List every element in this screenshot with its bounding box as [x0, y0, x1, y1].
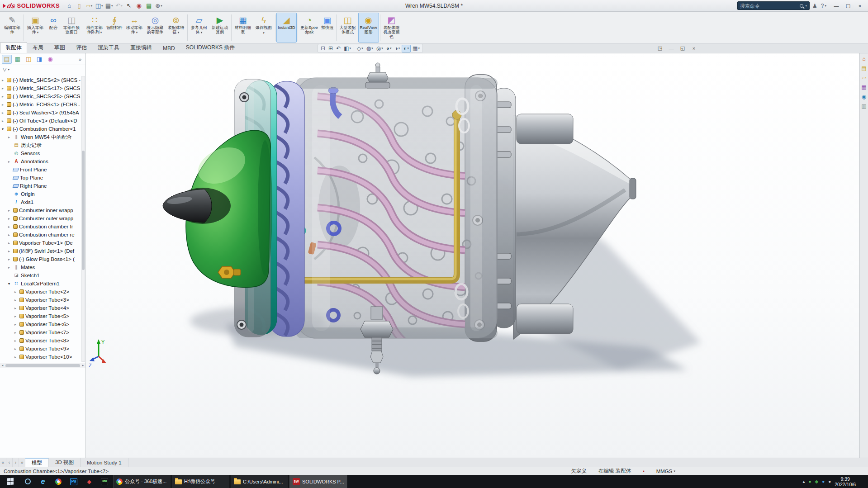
- tree-item[interactable]: ▸Vaporiser Tube<4>: [0, 304, 81, 312]
- help-icon[interactable]: ?▾: [821, 3, 826, 9]
- tree-item[interactable]: ▤历史记录: [0, 141, 81, 149]
- expand-arrow-icon[interactable]: ▸: [14, 322, 19, 327]
- tree-item[interactable]: ▸(-) Metric_SHCS<2> (SHCS -: [0, 76, 81, 84]
- tray-volume-icon[interactable]: ●: [828, 479, 831, 484]
- scroll-left-icon[interactable]: ◂: [0, 364, 5, 367]
- search-caret-icon[interactable]: ▾: [806, 4, 807, 8]
- expand-arrow-icon[interactable]: ▸: [14, 298, 19, 302]
- tree-item[interactable]: ▸Vaporiser Tube<6>: [0, 320, 81, 328]
- tab-scroll-icon-0[interactable]: «: [0, 458, 6, 467]
- taskbar-clock[interactable]: 9:39 2022/10/6: [835, 476, 858, 487]
- top-fitting[interactable]: [365, 63, 390, 88]
- view-orientation-button[interactable]: ◇▾: [356, 45, 365, 52]
- filter-icon[interactable]: ▽: [3, 66, 6, 72]
- expand-arrow-icon[interactable]: ▸: [14, 314, 19, 318]
- tree-item[interactable]: ▸Vaporiser Tube<10>: [0, 353, 81, 361]
- tree-item[interactable]: ▸(-) Seal Washer<1> (91545A: [0, 109, 81, 117]
- edit-appearance-button[interactable]: ◕▾: [385, 45, 393, 52]
- select-cursor-icon[interactable]: ↖: [124, 1, 134, 10]
- ribbon-button-instant3d[interactable]: ◢Instant3D: [276, 13, 297, 43]
- tree-vertical-scrollbar[interactable]: [81, 76, 85, 362]
- expand-arrow-icon[interactable]: ▸: [2, 78, 7, 82]
- start-button[interactable]: [0, 475, 20, 488]
- ribbon-button-component-preview[interactable]: ◫零部件预览窗口: [61, 13, 82, 43]
- tree-item[interactable]: ▸(-) Metric_SHCS<17> (SHCS: [0, 84, 81, 92]
- tree-item[interactable]: ▸(-) Metric_SHCS<25> (SHCS: [0, 92, 81, 100]
- photoshop-button[interactable]: Ps: [66, 475, 81, 488]
- expand-arrow-icon[interactable]: ▸: [2, 119, 7, 123]
- tree-item[interactable]: ▸(-) Glow Plug Boss<1> (: [0, 255, 81, 263]
- maximize-button[interactable]: ▢: [843, 2, 854, 10]
- tree-item[interactable]: ▸Combuster outer wrapp: [0, 214, 81, 223]
- tab-SOLIDWORKS 插件[interactable]: SOLIDWORKS 插件: [180, 42, 241, 53]
- solidworks-resources-icon[interactable]: ⌂: [860, 55, 868, 62]
- print-icon[interactable]: ▤▾: [104, 1, 114, 10]
- options-list-icon[interactable]: ▤: [144, 1, 154, 10]
- tab-直接编辑[interactable]: 直接编辑: [125, 42, 157, 53]
- tab-MBD[interactable]: MBD: [157, 43, 180, 53]
- tray-network-icon[interactable]: ●: [822, 479, 825, 484]
- tab-scroll-icon-2[interactable]: ›: [13, 458, 19, 467]
- tree-horizontal-scrollbar[interactable]: ◂ ▸: [0, 363, 85, 368]
- tree-item[interactable]: ▸AAnnotations: [0, 157, 81, 166]
- ribbon-button-reference-geometry[interactable]: ▱参考几何体 ▾: [189, 13, 209, 43]
- chrome-circle-button[interactable]: [51, 475, 66, 488]
- search-circle-button[interactable]: [20, 475, 35, 488]
- scrollbar-thumb[interactable]: [5, 364, 80, 367]
- expand-arrow-icon[interactable]: ▸: [8, 160, 13, 164]
- tree-item[interactable]: ▸∥Wren MW54 中的配合: [0, 133, 81, 141]
- expand-arrow-icon[interactable]: ▸: [14, 347, 19, 351]
- tree-item[interactable]: ⊕Origin: [0, 190, 81, 198]
- featuremanager-tab[interactable]: ▤: [2, 55, 12, 64]
- expand-arrow-icon[interactable]: ▸: [8, 225, 13, 229]
- tree-item[interactable]: ▸∥Mates: [0, 263, 81, 271]
- tree-item[interactable]: ◪Sketch1: [0, 271, 81, 280]
- window-solidworks[interactable]: SOLIDWORKS P...: [289, 475, 347, 488]
- tree-item[interactable]: Right Plane: [0, 182, 81, 190]
- expand-arrow-icon[interactable]: ▸: [8, 217, 13, 221]
- doc-tab-2[interactable]: Motion Study 1: [81, 458, 128, 467]
- ribbon-button-smart-fasteners[interactable]: ∮智能扣件: [105, 13, 124, 43]
- tray-shield-icon[interactable]: ◆: [815, 479, 818, 484]
- search-input[interactable]: [740, 3, 797, 9]
- doc-minimize-icon[interactable]: —: [666, 44, 676, 52]
- settings-gear-icon[interactable]: ⊛▾: [154, 1, 164, 10]
- expand-arrow-icon[interactable]: ▸: [8, 265, 13, 270]
- hide-show-items-button[interactable]: ◎▾: [375, 45, 384, 52]
- tree-item[interactable]: ▸Vaporiser Tube<9>: [0, 345, 81, 353]
- design-library-icon[interactable]: ▤: [860, 65, 868, 72]
- ribbon-button-move-component[interactable]: ↔移动零部件 ▾: [124, 13, 145, 43]
- user-account-icon[interactable]: ♟: [812, 3, 817, 9]
- apply-scene-button[interactable]: ◑▾: [394, 45, 402, 52]
- tree-item[interactable]: ▸Vaporiser Tube<2>: [0, 288, 81, 296]
- doc-tab-1[interactable]: 3D 视图: [49, 458, 81, 467]
- window-folder-wechat[interactable]: H:\微信公众号: [172, 475, 230, 488]
- tree-item[interactable]: ▸Vaporiser Tube<3>: [0, 296, 81, 304]
- ribbon-button-new-motion-study[interactable]: ▶新建运动算例: [209, 13, 230, 43]
- engine-3d-view[interactable]: Y Z: [86, 53, 859, 458]
- view-palette-icon[interactable]: ▦: [860, 84, 868, 91]
- doc-new-window-icon[interactable]: ◳: [655, 44, 665, 52]
- filter-caret-icon[interactable]: ▾: [8, 68, 9, 71]
- tree-item[interactable]: ▾∷LocalCirPattern1: [0, 280, 81, 288]
- scrollbar-thumb[interactable]: [82, 151, 85, 270]
- command-search[interactable]: ▾: [737, 1, 810, 10]
- ribbon-button-bill-of-materials[interactable]: ▦材料明细表: [232, 13, 253, 43]
- tree-item[interactable]: /Axis1: [0, 198, 81, 206]
- expand-arrow-icon[interactable]: ▸: [8, 233, 13, 237]
- tab-草图[interactable]: 草图: [49, 42, 71, 53]
- home-icon[interactable]: ⌂: [64, 1, 74, 10]
- expand-arrow-icon[interactable]: ▸: [14, 355, 19, 359]
- zoom-fit-button[interactable]: ⊡: [319, 45, 327, 52]
- tree-item[interactable]: ▸Combustion chamber fr: [0, 223, 81, 231]
- tab-装配体[interactable]: 装配体: [0, 42, 27, 53]
- ribbon-button-large-assembly-mode[interactable]: ◫大型装配体模式: [337, 13, 358, 43]
- expand-arrow-icon[interactable]: ▸: [14, 331, 19, 335]
- dimxpertmanager-tab[interactable]: ◨: [34, 55, 44, 64]
- previous-view-button[interactable]: ↶: [335, 45, 342, 52]
- tree-item[interactable]: ◎Sensors: [0, 149, 81, 157]
- ribbon-button-update-speedpak[interactable]: ◔更新Speedpak: [299, 13, 320, 43]
- expand-arrow-icon[interactable]: ▸: [8, 135, 13, 139]
- ie-browser-button[interactable]: e: [35, 475, 51, 488]
- tab-布局[interactable]: 布局: [27, 42, 49, 53]
